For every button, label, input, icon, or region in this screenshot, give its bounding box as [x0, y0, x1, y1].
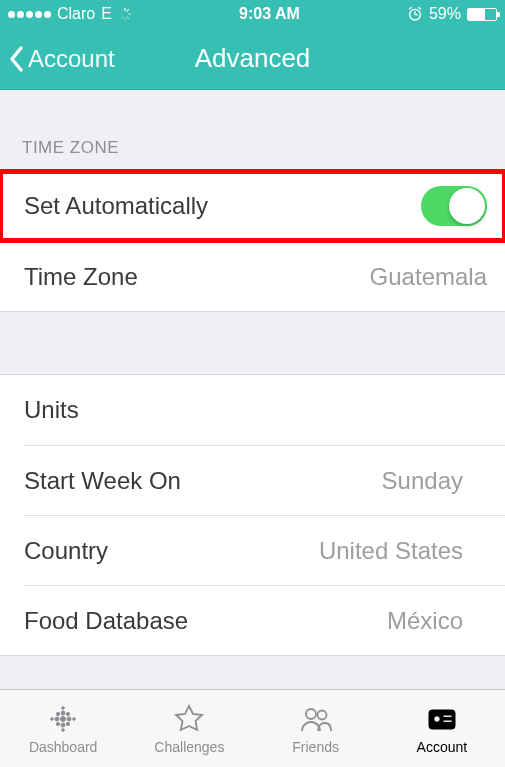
battery-icon	[467, 8, 497, 21]
svg-point-19	[67, 712, 70, 715]
svg-point-22	[51, 717, 54, 720]
tab-bar: Dashboard Challenges Friends	[0, 689, 505, 767]
svg-point-21	[67, 722, 70, 725]
svg-point-25	[62, 728, 65, 731]
time-zone-label: Time Zone	[24, 263, 138, 291]
svg-rect-30	[443, 715, 452, 717]
status-right: 59%	[407, 5, 497, 23]
svg-point-17	[61, 723, 65, 727]
carrier-label: Claro	[57, 5, 95, 23]
loading-spinner-icon	[118, 7, 132, 21]
back-button[interactable]: Account	[0, 45, 115, 73]
row-country[interactable]: Country United States	[24, 515, 505, 585]
svg-point-26	[306, 709, 316, 719]
tab-friends[interactable]: Friends	[253, 690, 379, 767]
row-start-week[interactable]: Start Week On Sunday	[24, 445, 505, 515]
status-time: 9:03 AM	[239, 5, 300, 23]
svg-rect-28	[429, 710, 455, 729]
svg-point-27	[317, 710, 326, 719]
svg-point-15	[67, 717, 71, 721]
start-week-label: Start Week On	[24, 467, 181, 495]
account-icon	[424, 703, 460, 735]
challenges-icon	[171, 703, 207, 735]
tab-challenges-label: Challenges	[154, 739, 224, 755]
battery-fill	[468, 9, 485, 20]
svg-line-1	[127, 9, 128, 11]
svg-point-14	[55, 717, 59, 721]
svg-point-24	[62, 706, 65, 709]
svg-line-3	[127, 17, 128, 19]
group-timezone: Set Automatically Time Zone Guatemala	[0, 170, 505, 312]
food-database-label: Food Database	[24, 607, 188, 635]
row-time-zone[interactable]: Time Zone Guatemala	[24, 241, 505, 311]
svg-line-7	[121, 9, 122, 11]
chevron-right-icon	[473, 470, 487, 492]
chevron-right-icon	[473, 610, 487, 632]
row-set-automatically[interactable]: Set Automatically	[0, 171, 505, 241]
row-units[interactable]: Units	[0, 375, 505, 445]
section-header-timezone: TIME ZONE	[0, 90, 505, 170]
country-label: Country	[24, 537, 108, 565]
svg-point-29	[434, 715, 440, 721]
svg-line-12	[418, 7, 421, 9]
country-value: United States	[319, 537, 463, 565]
chevron-left-icon	[8, 45, 26, 73]
tab-account[interactable]: Account	[379, 690, 505, 767]
alarm-icon	[407, 6, 423, 22]
tab-dashboard[interactable]: Dashboard	[0, 690, 126, 767]
svg-line-11	[409, 7, 412, 9]
tab-friends-label: Friends	[292, 739, 339, 755]
tab-dashboard-label: Dashboard	[29, 739, 98, 755]
toggle-knob	[449, 188, 485, 224]
status-left: Claro E	[8, 5, 132, 23]
svg-point-13	[61, 716, 66, 721]
nav-bar: Account Advanced	[0, 28, 505, 90]
section-spacer	[0, 312, 505, 374]
row-food-database[interactable]: Food Database México	[24, 585, 505, 655]
svg-line-5	[121, 17, 122, 19]
start-week-value: Sunday	[382, 467, 463, 495]
status-bar: Claro E 9:03 AM 59%	[0, 0, 505, 28]
content-area: TIME ZONE Set Automatically Time Zone Gu…	[0, 90, 505, 689]
tab-account-label: Account	[417, 739, 468, 755]
battery-percent: 59%	[429, 5, 461, 23]
svg-point-23	[73, 717, 76, 720]
dashboard-icon	[45, 703, 81, 735]
group-general: Units Start Week On Sunday Country Unite…	[0, 374, 505, 656]
svg-point-20	[57, 722, 60, 725]
svg-point-16	[61, 711, 65, 715]
network-type-label: E	[101, 5, 112, 23]
units-label: Units	[24, 396, 79, 424]
set-automatically-toggle[interactable]	[421, 186, 487, 226]
set-automatically-label: Set Automatically	[24, 192, 208, 220]
svg-point-18	[57, 712, 60, 715]
food-database-value: México	[387, 607, 463, 635]
back-label: Account	[28, 45, 115, 73]
svg-rect-31	[443, 720, 452, 722]
friends-icon	[298, 703, 334, 735]
time-zone-value: Guatemala	[370, 263, 487, 291]
signal-strength-icon	[8, 11, 51, 18]
chevron-right-icon	[473, 399, 487, 421]
tab-challenges[interactable]: Challenges	[126, 690, 252, 767]
chevron-right-icon	[473, 540, 487, 562]
